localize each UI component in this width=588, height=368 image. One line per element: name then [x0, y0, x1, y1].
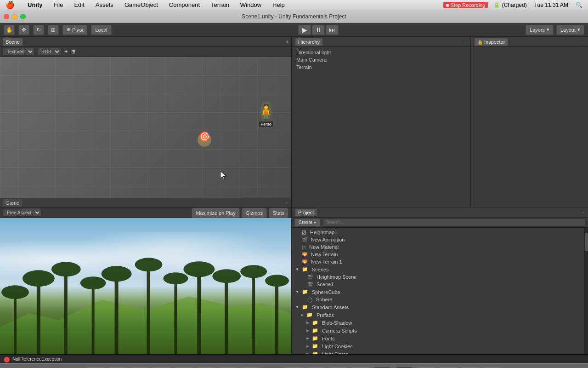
gameobject-menu[interactable]: GameObject	[123, 0, 160, 9]
file-icon-9: ◯	[307, 297, 312, 302]
svg-point-6	[51, 262, 81, 276]
hierarchy-tab[interactable]: Hierarchy	[295, 38, 322, 46]
triangle-11: ▶	[301, 313, 304, 317]
project-item-8[interactable]: ▼📁SphereCube	[292, 288, 588, 296]
game-toolbar: Game ≡	[0, 198, 291, 208]
project-tab[interactable]: Project	[295, 209, 317, 216]
minimize-button[interactable]	[12, 14, 17, 19]
light-object[interactable]: 🎯	[193, 131, 216, 149]
close-button[interactable]	[4, 14, 9, 19]
project-item-4[interactable]: 🌄New Terrain 1	[292, 258, 588, 265]
playback-controls: ▶ ⏸ ⏭	[115, 25, 522, 35]
stop-recording-btn[interactable]: ■ Stop Recording	[443, 2, 488, 8]
scene-collapse[interactable]: ≡	[286, 39, 288, 44]
project-item-9[interactable]: ◯Sphere	[292, 296, 588, 303]
rotate-tool[interactable]: ↻	[33, 25, 44, 35]
gizmos-btn[interactable]: Gizmos	[242, 208, 267, 218]
error-icon: ⬤	[4, 356, 10, 362]
window-title: Scene1.unity - Unity Fundamentals Projec…	[242, 13, 346, 20]
move-tool[interactable]: ✥	[18, 25, 29, 35]
traffic-lights	[4, 14, 26, 19]
edit-menu[interactable]: Edit	[72, 0, 86, 9]
person-label: Perso	[259, 121, 273, 127]
game-collapse[interactable]: ≡	[286, 201, 288, 206]
create-label: Create	[299, 220, 312, 225]
stats-btn[interactable]: Stats	[269, 208, 288, 218]
hierarchy-panel: Hierarchy – Directional light Main Camer…	[292, 37, 471, 207]
hierarchy-content[interactable]: Directional light Main Camera Terrain	[292, 47, 470, 207]
file-icon-6: 🎬	[307, 275, 313, 280]
project-item-10[interactable]: ▼📁Standard Assets	[292, 303, 588, 311]
person-object[interactable]: 🧍 Perso	[254, 103, 277, 140]
game-tab[interactable]: Game	[3, 199, 22, 207]
terrain-menu[interactable]: Terrain	[209, 0, 231, 9]
app-name-menu[interactable]: Unity	[26, 0, 45, 9]
hierarchy-item-main-camera[interactable]: Main Camera	[294, 56, 469, 63]
project-content[interactable]: 🖼Heightmap1🎬New Animation◻New Material🌄N…	[292, 228, 588, 354]
component-menu[interactable]: Component	[167, 0, 202, 9]
project-item-5[interactable]: ▼📁Scenes	[292, 265, 588, 273]
help-menu[interactable]: Help	[271, 0, 287, 9]
project-item-11[interactable]: ▶📁Prefabs	[292, 311, 588, 319]
scene-option-sun[interactable]: ☀	[64, 49, 68, 55]
scene-option-grid[interactable]: ⊞	[71, 49, 75, 55]
inspector-collapse[interactable]: –	[582, 39, 584, 44]
error-text[interactable]: NullReferenceException	[12, 356, 62, 362]
project-item-13[interactable]: ▶📁Camera Scripts	[292, 327, 588, 334]
create-chevron: ▾	[314, 220, 316, 225]
hierarchy-item-label: Main Camera	[296, 57, 327, 63]
step-button[interactable]: ⏭	[326, 25, 339, 35]
create-button[interactable]: Create ▾	[294, 218, 320, 227]
maximize-on-play-btn[interactable]: Maximize on Play	[192, 208, 239, 218]
item-label-16: Light Flares	[322, 351, 348, 355]
hierarchy-item-directional-light[interactable]: Directional light	[294, 49, 469, 56]
project-scrollbar[interactable]	[584, 228, 588, 354]
project-item-7[interactable]: 🎬Scene1	[292, 281, 588, 288]
triangle-16: ▶	[306, 352, 309, 354]
inspector-icon: 🔒	[477, 40, 483, 45]
project-item-16[interactable]: ▶📁Light Flares	[292, 350, 588, 354]
svg-rect-9	[115, 276, 119, 354]
project-item-3[interactable]: 🌄New Terrain	[292, 251, 588, 258]
window-menu[interactable]: Window	[238, 0, 263, 9]
spotlight-icon[interactable]: 🔍	[574, 1, 584, 9]
project-item-12[interactable]: ▶📁Blob-Shadow	[292, 319, 588, 327]
local-button[interactable]: Local	[91, 25, 111, 35]
menu-bar: 🍎 Unity File Edit Assets GameObject Comp…	[0, 0, 588, 10]
scene-tab[interactable]: Scene	[3, 38, 23, 46]
project-item-6[interactable]: 🎬Heightmap Scene	[292, 273, 588, 281]
project-collapse[interactable]: –	[582, 210, 584, 215]
project-item-2[interactable]: ◻New Material	[292, 243, 588, 251]
project-search[interactable]	[323, 218, 585, 227]
pause-button[interactable]: ⏸	[312, 25, 325, 35]
apple-menu[interactable]: 🍎	[4, 0, 17, 10]
maximize-button[interactable]	[20, 14, 26, 19]
project-item-15[interactable]: ▶📁Light Cookies	[292, 342, 588, 350]
hierarchy-collapse[interactable]: –	[464, 39, 467, 44]
layout-dropdown[interactable]: Layout▾	[556, 25, 584, 35]
clock: Tue 11:31 AM	[532, 1, 570, 9]
hand-tool[interactable]: ✋	[4, 25, 15, 35]
scene-canvas[interactable]: 🧍 Perso 🎯	[0, 57, 291, 198]
svg-rect-7	[92, 285, 95, 354]
project-item-14[interactable]: ▶📁Fonts	[292, 334, 588, 342]
scale-tool[interactable]: ⊞	[48, 25, 59, 35]
rgb-select[interactable]: RGB	[37, 48, 61, 56]
play-button[interactable]: ▶	[298, 25, 311, 35]
svg-point-2	[1, 285, 29, 299]
folder-icon-11: 📁	[306, 312, 313, 318]
aspect-select[interactable]: Free Aspect	[3, 209, 41, 217]
status-bar: ⬤ NullReferenceException	[0, 354, 588, 363]
assets-menu[interactable]: Assets	[94, 0, 115, 9]
inspector-tab[interactable]: 🔒 Inspector	[475, 38, 508, 46]
layers-dropdown[interactable]: Layers▾	[526, 25, 554, 35]
game-canvas[interactable]	[0, 218, 291, 354]
textured-select[interactable]: Textured	[3, 48, 34, 56]
project-scrollbar-thumb[interactable]	[585, 233, 588, 251]
item-label-14: Fonts	[322, 336, 335, 341]
hierarchy-item-terrain[interactable]: Terrain	[294, 63, 469, 71]
pivot-button[interactable]: ⊕ Pivot	[62, 25, 87, 35]
project-item-0[interactable]: 🖼Heightmap1	[292, 229, 588, 236]
file-menu[interactable]: File	[52, 0, 65, 9]
project-item-1[interactable]: 🎬New Animation	[292, 236, 588, 243]
